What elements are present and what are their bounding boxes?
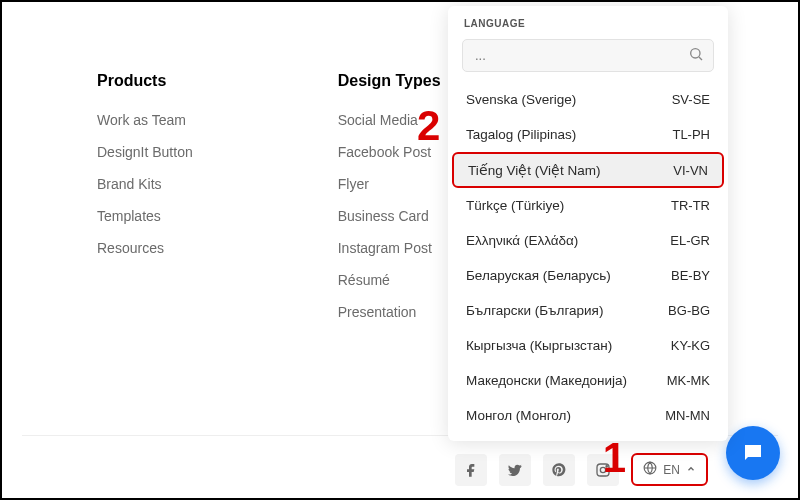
language-current-label: EN (663, 463, 680, 477)
language-option[interactable]: Svenska (Sverige)SV-SE (448, 82, 728, 117)
language-option[interactable]: Монгол (Монгол)MN-MN (448, 398, 728, 433)
language-option[interactable]: Български (България)BG-BG (448, 293, 728, 328)
chat-button[interactable] (726, 426, 780, 480)
footer-link[interactable]: Flyer (338, 176, 441, 192)
footer-link[interactable]: Instagram Post (338, 240, 441, 256)
search-icon (688, 46, 704, 66)
facebook-icon[interactable] (455, 454, 487, 486)
globe-icon (643, 461, 657, 478)
products-column: Products Work as Team DesignIt Button Br… (97, 72, 193, 336)
footer-link[interactable]: Work as Team (97, 112, 193, 128)
pinterest-icon[interactable] (543, 454, 575, 486)
footer-link[interactable]: DesignIt Button (97, 144, 193, 160)
language-search-wrapper (462, 39, 714, 72)
footer-link[interactable]: Resources (97, 240, 193, 256)
language-list: Svenska (Sverige)SV-SE Tagalog (Pilipina… (448, 82, 728, 433)
language-search-input[interactable] (462, 39, 714, 72)
svg-line-1 (699, 57, 702, 60)
footer-bar: EN (455, 453, 708, 486)
footer-link[interactable]: Business Card (338, 208, 441, 224)
twitter-icon[interactable] (499, 454, 531, 486)
language-selector-button[interactable]: EN (631, 453, 708, 486)
footer-link[interactable]: Résumé (338, 272, 441, 288)
footer-link[interactable]: Presentation (338, 304, 441, 320)
language-option[interactable]: Tagalog (Pilipinas)TL-PH (448, 117, 728, 152)
products-heading: Products (97, 72, 193, 90)
language-option-highlighted[interactable]: Tiếng Việt (Việt Nam)VI-VN (452, 152, 724, 188)
annotation-callout-2: 2 (417, 102, 440, 150)
language-option[interactable]: Беларуская (Беларусь)BE-BY (448, 258, 728, 293)
design-types-heading: Design Types (338, 72, 441, 90)
svg-point-0 (691, 48, 700, 57)
chevron-up-icon (686, 463, 696, 477)
language-option[interactable]: Македонски (Македонија)MK-MK (448, 363, 728, 398)
language-popup-header: LANGUAGE (448, 6, 728, 39)
language-popup: LANGUAGE Svenska (Sverige)SV-SE Tagalog … (448, 6, 728, 441)
language-option[interactable]: Türkçe (Türkiye)TR-TR (448, 188, 728, 223)
language-option[interactable]: Ελληνικά (Ελλάδα)EL-GR (448, 223, 728, 258)
footer-link[interactable]: Brand Kits (97, 176, 193, 192)
footer-link[interactable]: Templates (97, 208, 193, 224)
language-option[interactable]: Кыргызча (Кыргызстан)KY-KG (448, 328, 728, 363)
annotation-callout-1: 1 (603, 434, 626, 482)
